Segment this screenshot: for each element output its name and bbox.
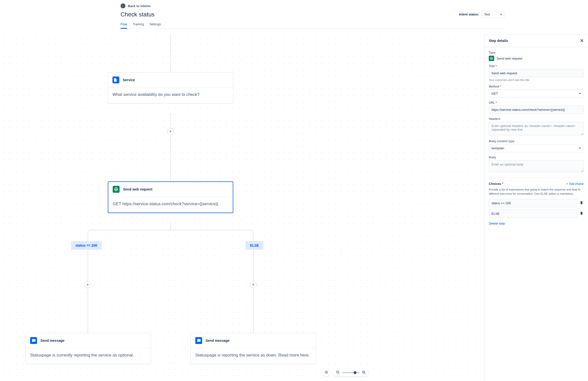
zoom-slider-container [333, 368, 369, 377]
delete-step-link[interactable]: Delete step [489, 222, 505, 225]
url-label: URL * [489, 101, 584, 104]
message-icon [30, 337, 37, 344]
add-step-button[interactable]: + [84, 281, 91, 288]
node-title: Send web request [123, 187, 152, 191]
title-field-label: Title * [489, 65, 584, 68]
step-details-panel: Step details ✕ Type Send web request Tit… [484, 34, 588, 381]
recenter-button[interactable] [323, 369, 330, 376]
headers-input[interactable] [489, 122, 584, 135]
delete-choice-button[interactable] [580, 201, 584, 205]
body-content-type-select[interactable]: text/plain [489, 144, 584, 152]
url-input[interactable] [489, 106, 584, 114]
type-label: Type [489, 51, 584, 54]
close-icon[interactable]: ✕ [580, 38, 584, 44]
intent-status-select[interactable]: Test [482, 11, 505, 18]
divider [489, 177, 584, 178]
connector-line [170, 113, 171, 181]
zoom-slider[interactable] [342, 372, 359, 373]
body-input[interactable] [489, 160, 584, 172]
back-label: Back to intents [128, 4, 151, 8]
node-body: Statuspage is reporting the service as d… [191, 348, 316, 364]
flow-canvas[interactable]: Service What service availability do you… [0, 34, 480, 381]
choice-input-2[interactable] [489, 210, 577, 218]
tab-training[interactable]: Training [132, 22, 144, 29]
type-value: Send web request [497, 57, 522, 60]
delete-choice-button[interactable] [580, 211, 584, 216]
panel-title: Step details [489, 39, 508, 43]
connector-line [88, 239, 88, 338]
web-request-icon [489, 56, 494, 61]
node-body: What service availability do you want to… [108, 88, 233, 103]
method-select[interactable]: GET [489, 90, 584, 98]
body-content-type-label: Body content type [489, 139, 584, 143]
add-step-button[interactable]: + [250, 281, 257, 288]
choice-input-1[interactable] [489, 199, 577, 207]
add-choice-button[interactable]: + Add choice [567, 182, 584, 186]
web-request-icon [113, 186, 120, 193]
branch-label-status-200[interactable]: status == 200 [71, 241, 102, 250]
node-send-web-request[interactable]: Send web request GET https://service-sta… [108, 181, 233, 213]
connector-line [253, 239, 253, 338]
zoom-in-icon[interactable] [362, 370, 366, 375]
document-icon [112, 76, 119, 83]
branch-label-else[interactable]: ELSE [246, 241, 263, 250]
choices-description: Provide a list of expressions that going… [489, 188, 584, 196]
intent-status-label: Intent status: [459, 13, 479, 16]
node-send-message-down[interactable]: Send message Statuspage is reporting the… [191, 333, 316, 364]
connector-fork [88, 230, 253, 240]
message-icon [195, 337, 202, 344]
add-step-button[interactable]: + [167, 128, 174, 135]
choices-label: Choices * [489, 182, 503, 186]
tab-flow[interactable]: Flow [121, 22, 127, 29]
headers-label: Headers [489, 117, 584, 121]
body-label: Body [489, 156, 584, 159]
connector-line [170, 223, 171, 230]
connector-line [170, 34, 171, 72]
back-to-intents-link[interactable]: ← Back to intents [121, 3, 151, 8]
title-input[interactable] [489, 69, 584, 77]
node-title: Service [123, 78, 135, 82]
node-body: Statuspage is currently reporting the se… [26, 348, 151, 364]
node-title: Send message [41, 338, 64, 342]
node-service[interactable]: Service What service availability do you… [108, 72, 233, 103]
node-send-message-ok[interactable]: Send message Statuspage is currently rep… [25, 333, 151, 364]
arrow-left-icon: ← [121, 3, 126, 8]
node-body: GET https://service-status.com/check?ser… [108, 197, 233, 213]
method-label: Method * [489, 85, 584, 88]
zoom-out-icon[interactable] [336, 370, 340, 375]
tab-settings[interactable]: Settings [149, 22, 161, 29]
node-title: Send message [206, 338, 230, 342]
page-title: Check status [121, 11, 155, 18]
title-help-text: Your customers won't see this title. [489, 78, 584, 81]
